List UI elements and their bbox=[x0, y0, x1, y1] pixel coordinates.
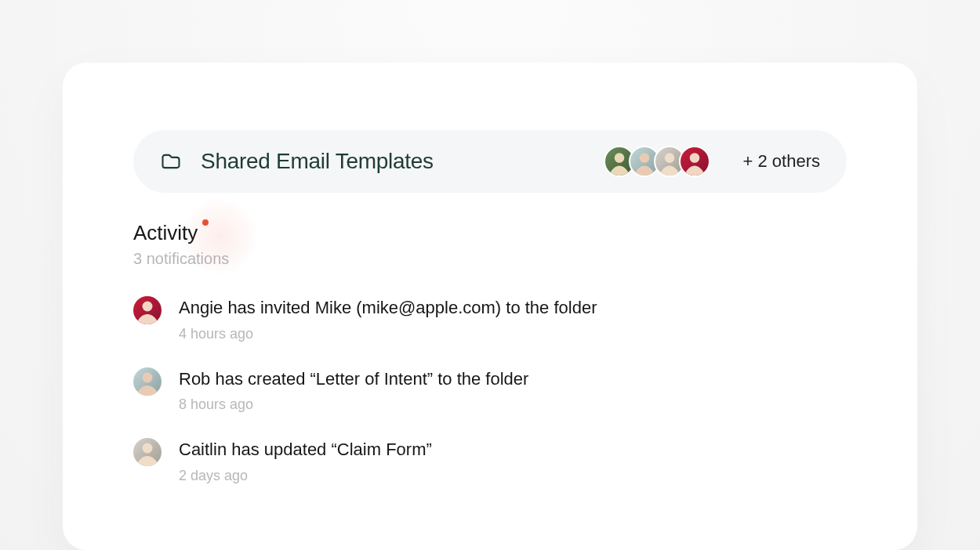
avatar[interactable] bbox=[679, 146, 710, 177]
svg-point-1 bbox=[639, 153, 649, 163]
activity-title-text: Activity bbox=[133, 221, 198, 244]
activity-item[interactable]: Caitlin has updated “Claim Form” 2 days … bbox=[133, 438, 847, 484]
activity-item[interactable]: Angie has invited Mike (mike@apple.com) … bbox=[133, 296, 847, 342]
shared-avatars[interactable] bbox=[604, 146, 710, 177]
folder-header[interactable]: Shared Email Templates + 2 others bbox=[133, 130, 847, 193]
svg-point-0 bbox=[614, 153, 624, 163]
folder-title: Shared Email Templates bbox=[201, 149, 585, 174]
activity-item[interactable]: Rob has created “Letter of Intent” to th… bbox=[133, 367, 847, 414]
avatar bbox=[133, 367, 162, 396]
activity-item-time: 2 days ago bbox=[179, 468, 847, 484]
svg-point-3 bbox=[689, 153, 699, 163]
activity-item-text: Rob has created “Letter of Intent” to th… bbox=[179, 367, 847, 391]
avatar bbox=[133, 438, 162, 466]
svg-point-4 bbox=[143, 302, 153, 312]
activity-card: Shared Email Templates + 2 others bbox=[63, 63, 917, 550]
svg-point-6 bbox=[143, 443, 153, 454]
activity-feed: Angie has invited Mike (mike@apple.com) … bbox=[133, 296, 847, 484]
others-count[interactable]: + 2 others bbox=[743, 151, 820, 172]
folder-icon bbox=[160, 150, 182, 172]
activity-item-text: Angie has invited Mike (mike@apple.com) … bbox=[179, 296, 847, 320]
activity-item-time: 4 hours ago bbox=[179, 326, 847, 342]
activity-header: Activity 3 notifications bbox=[133, 221, 847, 268]
activity-item-text: Caitlin has updated “Claim Form” bbox=[179, 438, 847, 461]
notification-dot-icon bbox=[202, 219, 209, 226]
avatar bbox=[133, 296, 162, 324]
svg-point-2 bbox=[664, 153, 674, 163]
activity-title: Activity bbox=[133, 221, 198, 245]
activity-item-time: 8 hours ago bbox=[179, 396, 847, 413]
svg-point-5 bbox=[143, 372, 153, 382]
activity-subtitle: 3 notifications bbox=[133, 250, 847, 268]
